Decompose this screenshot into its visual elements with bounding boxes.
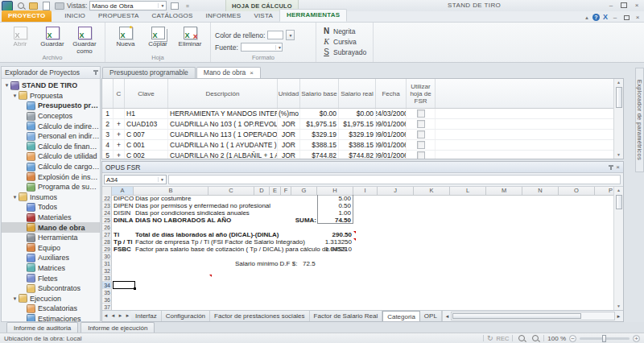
sheet-cell-a28[interactable]: Tp / Tl — [114, 238, 134, 246]
tree-item-c-lculo-de-financiami[interactable]: Cálculo de financiami... — [2, 142, 100, 152]
document-tab-presupuesto-programable[interactable]: Presupuesto programable — [102, 67, 196, 78]
tree-item-explosi-n-de-insumos[interactable]: Explosión de insumos — [2, 172, 100, 182]
sheet-row[interactable]: 32 — [102, 267, 613, 275]
sheet-cell-c31[interactable]: Salario mínimo D.F $: 72.5 — [235, 260, 316, 267]
grid-column-header-descripci-n[interactable]: Descripción — [168, 79, 278, 108]
grid-row[interactable]: 1H1HERRAMIENTA Y MANDOS INTERMEDIOS(%)mo… — [102, 109, 615, 119]
sheet-row-header-30[interactable]: 30 — [102, 253, 112, 260]
sheet-cell-b22[interactable]: Dias por costumbre — [135, 195, 191, 202]
sheet-cell-h24[interactable]: 1.00 — [317, 209, 353, 217]
ribbon-tab-vista[interactable]: VISTA — [247, 10, 279, 22]
scrollbar-thumb[interactable] — [452, 313, 581, 319]
grid-cell-fsr[interactable] — [407, 119, 436, 129]
checkbox-unchecked-icon[interactable] — [417, 120, 425, 128]
grid-cell-num[interactable]: 4 — [102, 140, 114, 150]
help-icon[interactable]: ? — [592, 14, 600, 21]
sheet-row[interactable]: 28Tp / TlFactor de empresa Tp / Tl (FSI … — [102, 238, 613, 246]
expander-icon[interactable]: ▼ — [11, 296, 19, 301]
grid-column-header-salario-real[interactable]: Salario real — [339, 79, 376, 108]
tree-item-c-lculo-de-indirectos[interactable]: Cálculo de indirectos — [2, 121, 100, 131]
grid-cell-clave[interactable]: CUAD103 — [125, 119, 168, 129]
sheet-row-header-36[interactable]: 36 — [102, 296, 112, 304]
grid-cell-unidad[interactable]: (%)mo — [278, 109, 300, 118]
parametric-explorer-tab[interactable]: Explorador de paramétricos — [635, 68, 644, 172]
sheet-cell-h23[interactable]: 0.50 — [317, 202, 353, 209]
sheet-cell-h27[interactable]: 290.50 — [317, 231, 353, 238]
tree-item-estimaciones[interactable]: Estimaciones — [2, 314, 100, 321]
zoom-in-button[interactable]: + — [633, 335, 640, 342]
close-panel-icon[interactable]: × — [616, 163, 620, 171]
grid-cell-desc[interactable]: CUADRILLA No 1 ( 1 AYUDANTE ) — [168, 140, 278, 150]
scroll-down-icon[interactable]: ▼ — [617, 151, 621, 159]
sheet-cell-h28[interactable]: 1.313250 — [317, 238, 353, 246]
grid-cell-base[interactable]: $0.00 — [300, 109, 339, 118]
sheet-row[interactable]: 29FSBCFactor para salario base de cotiza… — [102, 246, 613, 253]
sheet-row[interactable]: 23DIPENDias por permisos y enfermedad no… — [102, 202, 613, 209]
grid-cell-desc[interactable]: CUADRILLA No 2 (1 ALBAÑIL + 1 AYUDANTE ) — [168, 151, 278, 159]
grid-cell-fecha[interactable]: 09/01/2006 — [376, 119, 407, 129]
grid-row[interactable]: 5+C 002CUADRILLA No 2 (1 ALBAÑIL + 1 AYU… — [102, 151, 615, 159]
style-button-subrayado[interactable]: SSubrayado — [320, 47, 369, 57]
sheet-vertical-scrollbar[interactable]: ▲ ▼ — [613, 187, 623, 310]
tree-item-c-lculo-de-utilidad[interactable]: Cálculo de utilidad — [2, 151, 100, 162]
sheet-corner-cell[interactable] — [102, 187, 112, 195]
scrollbar-thumb[interactable] — [616, 87, 622, 108]
tree-item-propuesta[interactable]: ▼Propuesta — [2, 91, 100, 101]
sheet-cell-a24[interactable]: DISIN — [114, 209, 134, 217]
sheet-row-header-25[interactable]: 25 — [102, 217, 112, 224]
grid-row[interactable]: 4+C 001CUADRILLA No 1 ( 1 AYUDANTE )JOR$… — [102, 140, 615, 151]
grid-column-header-utilizar-hoja-de-fsr[interactable]: Utilizar hoja de FSR — [407, 79, 436, 108]
sheet-tab-factor-de-salario-real[interactable]: Factor de Salario Real — [310, 311, 383, 321]
sheet-nav-prev-button[interactable]: ◄ — [109, 311, 117, 321]
style-button-negrita[interactable]: NNegrita — [320, 26, 369, 36]
grid-cell-clave[interactable]: H1 — [125, 109, 168, 118]
sheet-column-header-m[interactable]: M — [486, 187, 522, 195]
grid-cell-c[interactable]: + — [114, 140, 125, 150]
ribbon-tab-proyecto[interactable]: PROYECTO — [2, 10, 52, 22]
grid-cell-desc[interactable]: CUADRILLA No 103 ( 1 OP.REVOLVEDORA + 5 — [168, 119, 278, 129]
tree-item-escalatorias[interactable]: Escalatorias — [2, 304, 100, 314]
sheet-tab-categoria[interactable]: Categoria — [382, 311, 420, 321]
grid-cell-clave[interactable]: C 002 — [125, 151, 168, 159]
report-tab-informe-de-auditoria[interactable]: Informe de auditoria — [6, 322, 78, 333]
sheet-nav-first-button[interactable]: ◄ — [102, 311, 109, 321]
grid-column-header-fecha[interactable]: Fecha — [376, 79, 407, 108]
checkbox-unchecked-icon[interactable] — [417, 130, 425, 138]
chevron-down-icon[interactable]: ▼ — [158, 3, 164, 8]
grid-cell-fecha[interactable]: 09/01/2006 — [376, 130, 407, 139]
minimize-ribbon-icon[interactable]: ▲ — [584, 15, 589, 20]
sheet-column-header-f[interactable]: F — [281, 187, 291, 195]
tree-item-programa-de-suminist[interactable]: Programa de suminist... — [2, 182, 100, 192]
pin-icon[interactable] — [610, 165, 612, 170]
sheet-column-header-g[interactable]: G — [291, 187, 317, 195]
grid-cell-c[interactable]: + — [114, 130, 125, 139]
tree-item-c-lculo-de-cargos-adi[interactable]: Cálculo de cargos adi... — [2, 162, 100, 172]
grid-cell-base[interactable]: $1,975.15 — [300, 119, 339, 129]
document-tab-mano-de-obra[interactable]: Mano de obra× — [196, 67, 261, 78]
grid-cell-unidad[interactable]: JOR — [278, 151, 300, 159]
sheet-cell-g25[interactable]: SUMA: — [292, 217, 316, 224]
sheet-cell-a22[interactable]: DIPCO — [114, 195, 134, 202]
sheet-row[interactable]: 22DIPCODias por costumbre5.00 — [102, 195, 613, 202]
guardar-button[interactable]: Guardar — [36, 24, 68, 48]
sheet-cell-h22[interactable]: 5.00 — [317, 195, 353, 202]
grid-cell-clave[interactable]: C 001 — [125, 140, 168, 150]
pin-icon[interactable] — [95, 70, 97, 75]
minimize-window-button[interactable]: – — [606, 1, 616, 9]
report-tab-informe-de-ejecuci-n[interactable]: Informe de ejecución — [80, 322, 155, 333]
sheet-row[interactable]: 37 — [102, 304, 613, 310]
sheet-row[interactable]: 35 — [102, 289, 613, 296]
refresh-icon[interactable]: ↻ — [487, 335, 493, 342]
ribbon-tab-informes[interactable]: INFORMES — [200, 10, 248, 22]
ribbon-tab-herramientas[interactable]: HERRAMIENTAS — [279, 9, 347, 22]
grid-vertical-scrollbar[interactable]: ▲ ▼ — [613, 79, 623, 159]
ribbon-tab-inicio[interactable]: INICIO — [58, 10, 92, 22]
sheet-cell-h25[interactable]: 74.50 — [317, 217, 353, 224]
grid-cell-real[interactable]: $0.00 — [339, 109, 376, 118]
grid-column-header-salario-base[interactable]: Salario base — [300, 79, 339, 108]
sheet-row-header-28[interactable]: 28 — [102, 238, 112, 246]
sheet-column-header-b[interactable]: B — [134, 187, 208, 195]
sheet-tab-configuraci-n[interactable]: Configuración — [162, 311, 210, 321]
grid-cell-base[interactable]: $329.19 — [300, 130, 339, 139]
sheet-row-header-24[interactable]: 24 — [102, 209, 112, 217]
